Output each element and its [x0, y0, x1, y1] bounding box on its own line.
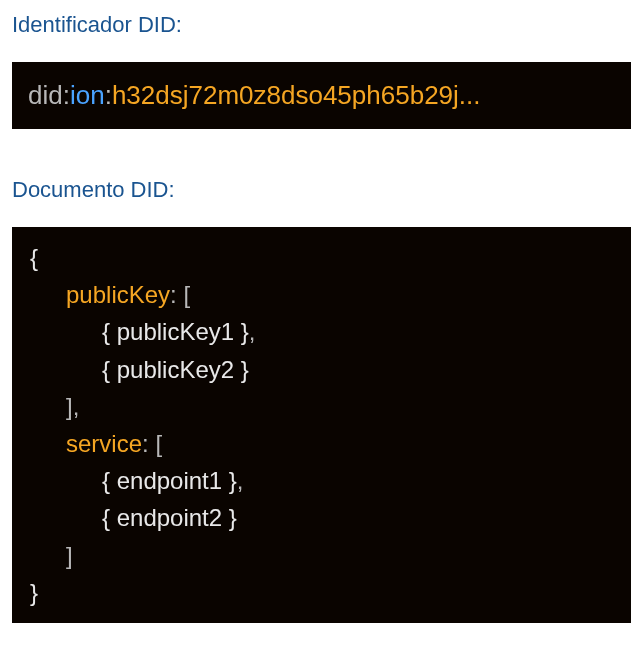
publickey2: { publicKey2 }: [102, 356, 249, 383]
close-bracket-2: ]: [66, 542, 73, 569]
key-service: service: [66, 430, 142, 457]
identifier-label: Identificador DID:: [12, 12, 631, 38]
did-identifier-block: did:ion:h32dsj72m0z8dso45ph65b29j...: [12, 62, 631, 129]
comma-3: ,: [237, 467, 244, 494]
did-scheme: did: [28, 80, 63, 110]
did-sep-1: :: [63, 80, 70, 110]
open-brace: {: [30, 244, 38, 271]
did-sep-2: :: [105, 80, 112, 110]
key-publickey: publicKey: [66, 281, 170, 308]
did-document-block: { publicKey: [ { publicKey1 }, { publicK…: [12, 227, 631, 623]
comma-2: ,: [73, 393, 80, 420]
document-label: Documento DID:: [12, 177, 631, 203]
endpoint1: { endpoint1 }: [102, 467, 237, 494]
did-id: h32dsj72m0z8dso45ph65b29j...: [112, 80, 481, 110]
publickey1: { publicKey1 }: [102, 318, 249, 345]
colon-2: :: [142, 430, 155, 457]
did-method: ion: [70, 80, 105, 110]
comma-1: ,: [249, 318, 256, 345]
close-brace: }: [30, 579, 38, 606]
close-bracket-1: ]: [66, 393, 73, 420]
open-bracket-2: [: [155, 430, 162, 457]
open-bracket-1: [: [183, 281, 190, 308]
colon-1: :: [170, 281, 183, 308]
endpoint2: { endpoint2 }: [102, 504, 237, 531]
